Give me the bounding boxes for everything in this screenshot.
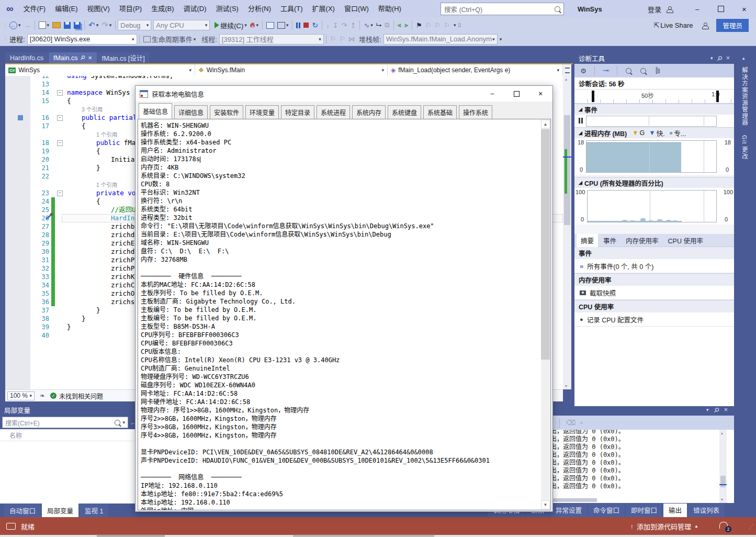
dialog-minimize-button[interactable]: – [480,86,504,102]
diagnostics-timeline-ruler[interactable]: 50秒 1:0 [574,90,734,104]
menu-窗口(W)[interactable]: 窗口(W) [340,0,374,18]
performance-profiler-button[interactable] [265,19,276,31]
pin-icon[interactable]: ⚲ [715,53,724,62]
clear-bookmarks-button[interactable]: ⚐ [442,19,452,31]
thread-dropdown[interactable]: [39312] 工作线程▾ [219,34,324,44]
previous-bookmark-button[interactable]: ⚐ [424,19,433,31]
solution-config-dropdown[interactable]: Debug▾ [118,20,151,30]
codelens-references[interactable]: 3 个引用 [82,106,103,113]
intellitrace-button[interactable]: ∿▾ [362,19,374,31]
diag-zoom-in-icon[interactable] [623,68,634,74]
step-over-button[interactable]: ↷ [340,19,349,31]
dialog-close-button[interactable]: × [528,86,552,102]
suspend-thread-icon[interactable]: ⋈ [347,33,357,45]
dialog-tab-详细信息[interactable]: 详细信息 [174,105,208,119]
output-tab-错误列表[interactable]: 错误列表 [688,504,725,517]
diag-tab-摘要[interactable]: 摘要 [577,234,598,247]
quick-search-box[interactable]: 搜索 (Ctrl+Q) [441,3,564,15]
navigate-forward-button[interactable]: → [22,19,32,31]
menu-文件(F)[interactable]: 文件(F) [19,0,51,18]
locals-tab-自动窗口[interactable]: 自动窗口 [4,504,41,517]
account-icon[interactable] [667,6,672,12]
editor-split-handle[interactable] [563,64,571,76]
menu-项目(P)[interactable]: 项目(P) [115,0,146,18]
codelens-references[interactable]: 1 个引用 [96,182,117,188]
show-next-statement-button[interactable]: ↓ [324,19,331,31]
step-out-button[interactable]: ↥ [349,19,358,31]
preview-window-button[interactable]: ▾ [276,19,290,31]
fold-marker[interactable]: − [57,191,63,196]
output-hscrollbar-thumb[interactable] [550,498,597,502]
process-dropdown[interactable]: [30620] WinSys.exe▾ [27,34,137,44]
lifecycle-events-button[interactable]: 生命周期事件▾ [142,33,198,45]
output-scrollbar[interactable]: ▴ ▾ [719,430,727,503]
pin-icon[interactable]: ⚲ [79,54,87,62]
fold-marker[interactable]: − [57,90,63,96]
navigate-back-button[interactable]: ←▾ [8,19,22,31]
goto-caret-button[interactable]: ⮡ [375,19,383,31]
record-cpu-link-row[interactable]: ● 记录 CPU 配置文件 [574,312,734,327]
live-share-button[interactable]: ⇱Live Share [652,19,694,31]
close-icon[interactable]: × [726,54,730,62]
memory-section-header[interactable]: ◢进程内存 (MB) ▼G ▼快. ●专... [574,127,734,138]
project-dropdown[interactable]: C#WinSys▾ [5,64,195,76]
dialog-scrollbar[interactable]: ▲ ▼ [541,120,550,509]
restart-button[interactable]: ↻ [310,19,320,31]
feedback-bubble-icon[interactable] [6,523,16,530]
type-dropdown[interactable]: ❖WinSys.fMain▾ [195,64,388,76]
search-icon[interactable] [555,6,560,12]
dialog-tab-系统内存[interactable]: 系统内存 [352,105,386,119]
strip-scroll-up-icon[interactable]: ▴ [742,55,745,61]
locals-tab-局部变量[interactable]: 局部变量 [42,504,78,517]
save-button[interactable] [62,19,72,31]
window-maximize-button[interactable] [709,0,732,18]
diag-tab-CPU 使用率[interactable]: CPU 使用率 [664,234,707,247]
locals-search-input[interactable]: 搜索(Ctrl+E) ▾ [2,417,128,428]
fold-marker[interactable]: − [57,140,63,146]
dialog-tab-基础信息[interactable]: 基础信息 [139,103,172,119]
copy-frame-button[interactable]: ⧉ [383,19,391,31]
toggle-bookmark-button[interactable]: ⚑ [414,19,424,31]
output-pin-icon[interactable]: ⚲ [712,405,721,414]
all-events-link-row[interactable]: » 所有事件(0 个, 共 0 个) [574,259,734,273]
indent-decrease-button[interactable]: ⫷ [396,19,403,31]
locals-tab-监视 1[interactable]: 监视 1 [80,504,108,517]
output-overflow-icon[interactable]: » [580,420,583,426]
admin-badge-button[interactable]: 管理员 [716,19,749,32]
menu-生成(B)[interactable]: 生成(B) [146,0,178,18]
diag-reset-view-icon[interactable]: ⫿⫾ [652,66,663,75]
undo-button[interactable]: ↶▾ [87,19,100,31]
diag-settings-gear-icon[interactable]: ⚙ [578,67,589,75]
dialog-scrollbar-thumb[interactable] [541,129,550,360]
locals-search-icon[interactable] [115,420,120,426]
flag-thread-icon[interactable]: ⚐ [329,33,338,45]
editor-scrollbar[interactable]: ▴ ▾ [563,76,571,389]
diag-tab-事件[interactable]: 事件 [599,234,620,247]
step-into-button[interactable]: ↧ [331,19,340,31]
diag-export-icon[interactable]: ⭲ [600,67,612,75]
output-close-icon[interactable]: × [724,406,728,413]
break-all-button[interactable] [295,19,302,31]
dialog-tab-系统进程[interactable]: 系统进程 [317,105,350,119]
stack-frame-dropdown[interactable]: WinSys.fMain.fMain_Load.Anonymousl▾ [383,34,498,44]
diag-tab-内存使用率[interactable]: 内存使用率 [622,234,663,247]
code-suggestion-icon[interactable]: ❧ [40,392,45,399]
codelens-references[interactable]: 1 个引用 [96,131,117,138]
cpu-section-header[interactable]: ◢CPU (所有处理器的百分比) [574,177,734,188]
doc-tab[interactable]: HardInfo.cs [5,52,48,63]
window-minimize-button[interactable]: – [685,0,709,18]
doc-tab[interactable]: fMain.cs [设计] [97,52,150,63]
next-bookmark-button[interactable]: ⚐ [433,19,443,31]
notifications-bell-button[interactable]: 2 [719,522,728,530]
hot-reload-button[interactable]: 🔥︎▾ [249,19,260,31]
open-file-button[interactable] [51,19,62,31]
redo-button[interactable]: ↷▾ [100,19,113,31]
output-tab-输出[interactable]: 输出 [663,504,687,517]
indent-increase-button[interactable]: ⫸ [403,19,410,31]
vertical-tab-解决方案资源管理器[interactable]: 解决方案资源管理器 [740,67,749,126]
menu-视图(V)[interactable]: 视图(V) [83,0,115,18]
close-icon[interactable]: × [88,54,92,62]
menu-帮助(H)[interactable]: 帮助(H) [374,0,406,18]
dialog-tab-系统键盘[interactable]: 系统键盘 [388,105,421,119]
fold-marker[interactable]: − [57,115,63,121]
